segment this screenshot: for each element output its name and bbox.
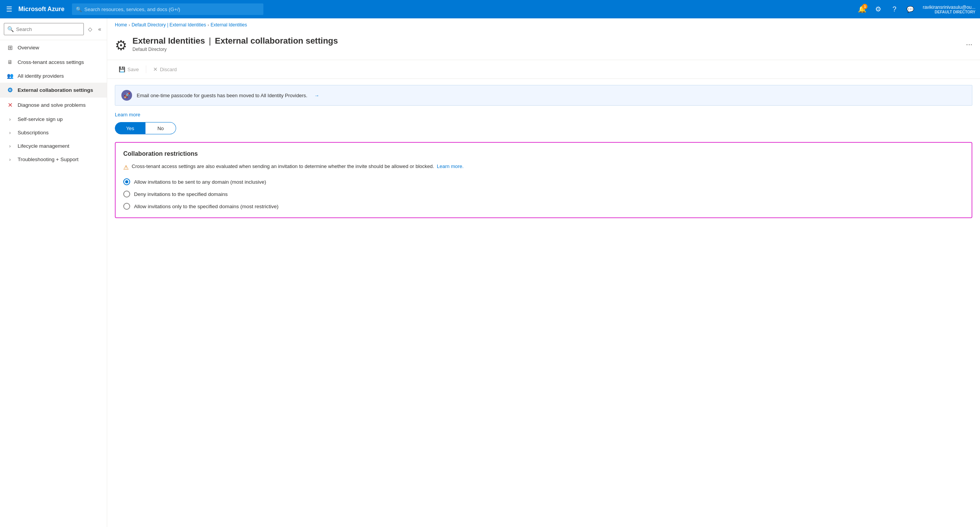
page-title-pipe: | <box>209 36 211 46</box>
save-label: Save <box>127 67 139 72</box>
radio-circle-deny <box>123 191 130 197</box>
global-search-input[interactable] <box>84 7 260 12</box>
user-name: ravikiransrinivasulu@ou... <box>923 5 975 10</box>
sidebar-item-label: Diagnose and solve problems <box>18 102 86 108</box>
toggle-row: Yes No <box>115 122 972 134</box>
radio-circle-allow-only <box>123 203 130 210</box>
collab-section: Collaboration restrictions ⚠ Cross-tenan… <box>115 142 972 218</box>
feedback-icon[interactable]: 💬 <box>903 2 917 16</box>
breadcrumb-sep-1: › <box>129 23 130 27</box>
toolbar-separator <box>146 65 146 73</box>
page-title-sub: External collaboration settings <box>215 36 338 46</box>
user-profile[interactable]: ravikiransrinivasulu@ou... DEFAULT DIREC… <box>923 5 975 14</box>
radio-label-deny: Deny invitations to the specified domain… <box>134 191 228 197</box>
sidebar-item-label: Self-service sign up <box>18 116 63 122</box>
learn-more-link[interactable]: Learn more <box>115 112 972 117</box>
collab-learn-more-link[interactable]: Learn more. <box>437 163 464 169</box>
radio-circle-any <box>123 178 130 185</box>
sidebar-item-subscriptions[interactable]: › Subscriptions <box>0 126 107 139</box>
info-banner-icon: 🚀 <box>121 90 132 101</box>
sidebar-item-label: External collaboration settings <box>18 87 93 93</box>
sidebar-item-diagnose[interactable]: ✕ Diagnose and solve problems <box>0 98 107 113</box>
sidebar-item-label: All identity providers <box>18 73 64 79</box>
page-header-description: Default Directory <box>132 47 960 52</box>
page-title-main: External Identities <box>132 36 205 46</box>
collab-warning: ⚠ Cross-tenant access settings are also … <box>123 163 964 172</box>
help-icon[interactable]: ? <box>887 2 901 16</box>
sidebar-search-row: 🔍 ◇ « <box>0 18 107 40</box>
page-header-more-btn[interactable]: ... <box>966 38 972 47</box>
hamburger-icon[interactable]: ☰ <box>5 3 14 15</box>
info-banner: 🚀 Email one-time passcode for guests has… <box>115 85 972 106</box>
sidebar-item-label: Cross-tenant access settings <box>18 59 84 65</box>
chevron-right-icon-life: › <box>6 144 14 149</box>
collab-title: Collaboration restrictions <box>123 150 964 157</box>
page-header-title: External Identities | External collabora… <box>132 36 960 46</box>
chevron-right-icon-self: › <box>6 117 14 122</box>
sidebar: 🔍 ◇ « ⊞ Overview 🖥 Cross-tenant access s… <box>0 18 107 527</box>
chevron-right-icon-trouble: › <box>6 157 14 162</box>
sidebar-item-label: Troubleshooting + Support <box>18 157 78 162</box>
settings-icon[interactable]: ⚙ <box>871 2 885 16</box>
toggle-no-button[interactable]: No <box>145 122 176 134</box>
notification-badge: 1 <box>862 4 867 9</box>
sidebar-item-overview[interactable]: ⊞ Overview <box>0 40 107 55</box>
nav-icons: 🔔 1 ⚙ ? 💬 ravikiransrinivasulu@ou... DEF… <box>855 2 975 16</box>
app-logo: Microsoft Azure <box>18 6 64 13</box>
global-search[interactable]: 🔍 <box>72 3 263 15</box>
overview-icon: ⊞ <box>6 44 14 51</box>
sidebar-item-label: Subscriptions <box>18 130 49 135</box>
sidebar-filter-btn[interactable]: ◇ <box>87 24 93 34</box>
discard-label: Discard <box>160 67 177 72</box>
radio-item-allow-only[interactable]: Allow invitations only to the specified … <box>123 203 964 210</box>
chevron-right-icon-sub: › <box>6 130 14 135</box>
discard-icon: ✕ <box>153 66 158 72</box>
toggle-yes-button[interactable]: Yes <box>115 122 145 134</box>
sidebar-item-label: Lifecycle management <box>18 143 69 149</box>
radio-group: Allow invitations to be sent to any doma… <box>123 178 964 210</box>
radio-label-allow-only: Allow invitations only to the specified … <box>134 204 278 209</box>
sidebar-item-label: Overview <box>18 45 39 51</box>
radio-item-deny[interactable]: Deny invitations to the specified domain… <box>123 191 964 197</box>
warning-icon: ⚠ <box>123 163 129 172</box>
content-area: Home › Default Directory | External Iden… <box>107 18 980 527</box>
notification-icon[interactable]: 🔔 1 <box>855 2 869 16</box>
breadcrumb-home[interactable]: Home <box>115 22 127 28</box>
breadcrumb-sep-2: › <box>207 23 209 27</box>
breadcrumb-ext[interactable]: External Identities <box>211 22 247 28</box>
info-banner-arrow[interactable]: → <box>314 93 319 98</box>
page-header-text: External Identities | External collabora… <box>132 36 960 52</box>
sidebar-collapse-btn[interactable]: « <box>96 24 103 34</box>
discard-button[interactable]: ✕ Discard <box>149 64 181 75</box>
breadcrumb: Home › Default Directory | External Iden… <box>107 18 980 31</box>
breadcrumb-dir[interactable]: Default Directory | External Identities <box>132 22 206 28</box>
sidebar-search-box[interactable]: 🔍 <box>4 23 84 35</box>
radio-item-any-domain[interactable]: Allow invitations to be sent to any doma… <box>123 178 964 185</box>
user-directory: DEFAULT DIRECTORY <box>935 10 975 14</box>
sidebar-item-all-identity[interactable]: 👥 All identity providers <box>0 69 107 83</box>
radio-label-any: Allow invitations to be sent to any doma… <box>134 179 266 185</box>
search-icon: 🔍 <box>76 7 82 12</box>
collab-warning-text: Cross-tenant access settings are also ev… <box>132 163 464 170</box>
sidebar-search-icon: 🔍 <box>7 26 14 32</box>
save-icon: 💾 <box>119 66 125 72</box>
all-identity-icon: 👥 <box>6 73 14 79</box>
top-nav: ☰ Microsoft Azure 🔍 🔔 1 ⚙ ? 💬 ravikirans… <box>0 0 980 18</box>
main-layout: 🔍 ◇ « ⊞ Overview 🖥 Cross-tenant access s… <box>0 18 980 527</box>
page-header: ⚙ External Identities | External collabo… <box>107 31 980 60</box>
sidebar-search-input[interactable] <box>16 26 80 32</box>
diagnose-icon: ✕ <box>6 101 14 109</box>
sidebar-item-cross-tenant[interactable]: 🖥 Cross-tenant access settings <box>0 55 107 69</box>
sidebar-item-self-service[interactable]: › Self-service sign up <box>0 113 107 126</box>
sidebar-item-lifecycle[interactable]: › Lifecycle management <box>0 139 107 153</box>
page-header-icon: ⚙ <box>115 38 127 54</box>
save-button[interactable]: 💾 Save <box>115 64 143 75</box>
sidebar-item-ext-collab[interactable]: ⚙ External collaboration settings <box>0 83 107 98</box>
toolbar: 💾 Save ✕ Discard <box>107 60 980 79</box>
cross-tenant-icon: 🖥 <box>6 59 14 65</box>
sidebar-item-troubleshoot[interactable]: › Troubleshooting + Support <box>0 153 107 166</box>
ext-collab-icon: ⚙ <box>6 86 14 94</box>
info-banner-text: Email one-time passcode for guests has b… <box>137 93 307 98</box>
